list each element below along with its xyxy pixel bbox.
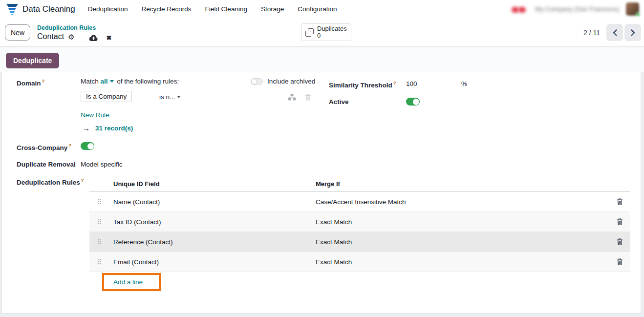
duplicates-label: Duplicates <box>317 25 347 32</box>
table-row[interactable]: Name (Contact) Case/Accent Insensitive M… <box>89 192 630 212</box>
duplicate-removal-value: Model specific <box>81 161 123 168</box>
breadcrumb: Deduplication Rules Contact ⚙ ✖ <box>37 24 112 42</box>
records-count-link[interactable]: 31 record(s) <box>95 125 133 132</box>
domain-label: Domain? <box>17 78 44 87</box>
active-toggle[interactable] <box>406 98 420 106</box>
match-prefix: Match <box>81 78 99 85</box>
include-archived-group: Include archived <box>251 78 315 85</box>
cell-merge-if[interactable]: Exact Match <box>316 218 609 226</box>
gear-icon[interactable]: ⚙ <box>68 33 74 41</box>
data-cleaning-app-icon[interactable] <box>6 3 19 15</box>
delete-row-icon[interactable] <box>617 258 623 265</box>
domain-match-row: Match all of the following rules: <box>81 78 179 85</box>
delete-row-icon[interactable] <box>617 198 623 205</box>
pager-previous-button[interactable] <box>606 24 623 41</box>
rule-operator-dropdown[interactable]: is n... <box>159 93 182 101</box>
new-button[interactable]: New <box>5 24 30 41</box>
chevron-right-icon <box>630 29 636 37</box>
discard-close-icon[interactable]: ✖ <box>107 35 112 41</box>
navbar-systray: My Company (San Francisco) <box>508 2 639 16</box>
active-label: Active <box>329 98 349 106</box>
form-sheet: Domain? Match all of the following rules… <box>1 72 641 314</box>
online-status-dot <box>636 12 640 17</box>
form-statusbar: Deduplicate <box>0 47 644 72</box>
match-all-dropdown[interactable]: all <box>101 78 108 85</box>
duplicates-icon <box>305 28 314 37</box>
breadcrumb-current: Contact <box>37 32 64 41</box>
add-line-row: Add a line <box>89 272 630 292</box>
pager: 2 / 11 <box>583 24 641 41</box>
add-a-line-link[interactable]: Add a line <box>113 278 143 286</box>
similarity-threshold-label: Similarity Threshold? <box>329 80 396 89</box>
deduplication-rules-table: Unique ID Field Merge If Name (Contact) … <box>89 176 630 292</box>
cell-merge-if[interactable]: Exact Match <box>316 258 609 266</box>
similarity-threshold-input[interactable]: 100 <box>406 80 417 87</box>
table-header-row: Unique ID Field Merge If <box>89 176 630 192</box>
main-menu: Deduplication Recycle Records Field Clea… <box>88 5 337 13</box>
arrow-right-icon: → <box>83 124 90 132</box>
menu-deduplication[interactable]: Deduplication <box>88 5 128 13</box>
include-archived-toggle[interactable] <box>251 78 263 85</box>
top-navbar: Data Cleaning Deduplication Recycle Reco… <box>0 0 644 18</box>
breadcrumb-parent-link[interactable]: Deduplication Rules <box>37 24 112 31</box>
menu-field-cleaning[interactable]: Field Cleaning <box>205 5 247 13</box>
pager-value: 2 / 11 <box>583 29 600 37</box>
delete-row-icon[interactable] <box>617 238 623 245</box>
cross-company-toggle[interactable] <box>81 142 94 150</box>
similarity-threshold-suffix: % <box>461 80 467 87</box>
chevron-down-icon <box>110 80 114 83</box>
cross-company-label: Cross-Company? <box>17 143 71 151</box>
match-suffix: of the following rules: <box>117 78 179 85</box>
cell-unique-id-field[interactable]: Name (Contact) <box>113 198 316 206</box>
cell-unique-id-field[interactable]: Reference (Contact) <box>113 238 316 246</box>
cell-merge-if[interactable]: Case/Accent Insensitive Match <box>316 198 609 206</box>
delete-row-icon[interactable] <box>617 218 623 225</box>
drag-handle-icon[interactable] <box>97 199 101 205</box>
cell-unique-id-field[interactable]: Email (Contact) <box>113 258 316 266</box>
duplicates-count: 0 <box>317 32 347 39</box>
cell-merge-if[interactable]: Exact Match <box>316 238 609 246</box>
drag-handle-icon[interactable] <box>97 259 101 265</box>
pager-next-button[interactable] <box>624 24 641 41</box>
table-row[interactable]: Tax ID (Contact) Exact Match <box>89 212 630 232</box>
duplicates-stat-button[interactable]: Duplicates 0 <box>301 23 351 41</box>
control-panel: New Deduplication Rules Contact ⚙ ✖ Dupl… <box>0 18 644 47</box>
delete-rule-icon[interactable] <box>305 94 311 101</box>
messages-badge <box>512 7 519 13</box>
drag-handle-icon[interactable] <box>97 219 101 225</box>
user-avatar[interactable] <box>626 2 639 16</box>
column-header-unique-id-field[interactable]: Unique ID Field <box>113 180 316 188</box>
new-rule-link[interactable]: New Rule <box>81 111 109 119</box>
chevron-down-icon <box>177 96 181 98</box>
deduplicate-button[interactable]: Deduplicate <box>6 53 59 68</box>
cell-unique-id-field[interactable]: Tax ID (Contact) <box>113 218 316 226</box>
chevron-left-icon <box>612 29 618 37</box>
help-icon: ? <box>42 78 45 84</box>
include-archived-label: Include archived <box>267 78 315 85</box>
help-icon: ? <box>68 143 71 148</box>
drag-handle-icon[interactable] <box>97 239 101 245</box>
menu-configuration[interactable]: Configuration <box>298 5 337 13</box>
duplicate-removal-label: Duplicate Removal <box>17 161 76 168</box>
table-row[interactable]: Reference (Contact) Exact Match <box>89 232 630 252</box>
notifications-badge <box>518 7 526 13</box>
column-header-merge-if[interactable]: Merge If <box>316 180 609 188</box>
add-branch-icon[interactable] <box>288 94 296 101</box>
help-icon: ? <box>393 80 396 85</box>
menu-storage[interactable]: Storage <box>261 5 284 13</box>
save-cloud-icon[interactable] <box>89 34 98 42</box>
menu-recycle-records[interactable]: Recycle Records <box>142 5 192 13</box>
help-icon: ? <box>81 177 84 183</box>
table-row[interactable]: Email (Contact) Exact Match <box>89 252 630 272</box>
rule-field-input[interactable]: Is a Company <box>81 91 132 102</box>
company-switcher[interactable]: My Company (San Francisco) <box>535 5 619 13</box>
app-title[interactable]: Data Cleaning <box>22 4 75 14</box>
deduplication-rules-label: Deduplication Rules? <box>17 177 84 186</box>
